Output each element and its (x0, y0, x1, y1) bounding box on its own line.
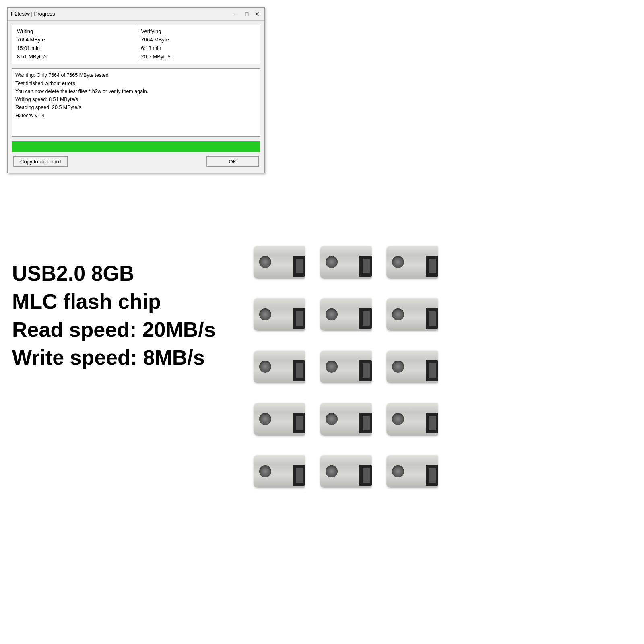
window-title: H2testw | Progress (11, 11, 55, 17)
window-body: Writing 7664 MByte 15:01 min 8.51 MByte/… (8, 21, 264, 173)
usb-drives-grid (221, 237, 632, 499)
spec-line-1: USB2.0 8GB (12, 262, 221, 286)
usb-drive (386, 398, 449, 443)
copy-to-clipboard-button[interactable]: Copy to clipboard (13, 156, 68, 167)
usb-drive (320, 242, 382, 286)
spec-line-3: Read speed: 20MB/s (12, 318, 221, 342)
stats-row: Writing 7664 MByte 15:01 min 8.51 MByte/… (12, 25, 260, 64)
ok-button[interactable]: OK (206, 156, 259, 167)
maximize-button[interactable]: □ (243, 10, 251, 18)
titlebar-controls: ─ □ ✕ (232, 10, 261, 18)
titlebar: H2testw | Progress ─ □ ✕ (8, 8, 264, 21)
writing-values: 7664 MByte 15:01 min 8.51 MByte/s (17, 36, 131, 61)
spec-line-2: MLC flash chip (12, 290, 221, 314)
usb-drive (254, 398, 316, 443)
verifying-time: 6:13 min (141, 44, 256, 53)
log-area[interactable]: Warning: Only 7664 of 7665 MByte tested.… (12, 68, 260, 137)
usb-drive (386, 294, 449, 338)
usb-drive (386, 242, 449, 286)
usb-drive (254, 346, 316, 390)
usb-drive (386, 346, 449, 390)
minimize-button[interactable]: ─ (232, 10, 240, 18)
usb-drive (386, 451, 449, 495)
verifying-col: Verifying 7664 MByte 6:13 min 20.5 MByte… (136, 25, 260, 64)
log-text: Warning: Only 7664 of 7665 MByte tested.… (15, 71, 257, 120)
progress-bar-fill (12, 141, 260, 152)
close-button[interactable]: ✕ (253, 10, 261, 18)
usb-drive (320, 398, 382, 443)
writing-label: Writing (17, 28, 131, 34)
h2testw-window: H2testw | Progress ─ □ ✕ Writing 7664 MB… (7, 7, 265, 173)
usb-drive (254, 294, 316, 338)
usb-drive (320, 451, 382, 495)
writing-mbyte: 7664 MByte (17, 36, 131, 44)
verifying-values: 7664 MByte 6:13 min 20.5 MByte/s (141, 36, 256, 61)
usb-drive (254, 242, 316, 286)
usb-drive (320, 346, 382, 390)
progress-bar-container (12, 141, 260, 152)
spec-line-4: Write speed: 8MB/s (12, 346, 221, 370)
specs-text: USB2.0 8GB MLC flash chip Read speed: 20… (12, 237, 221, 370)
verifying-mbyte: 7664 MByte (141, 36, 256, 44)
buttons-row: Copy to clipboard OK (12, 156, 260, 169)
verifying-label: Verifying (141, 28, 256, 34)
writing-speed: 8.51 MByte/s (17, 53, 131, 61)
writing-time: 15:01 min (17, 44, 131, 53)
usb-drive (320, 294, 382, 338)
verifying-speed: 20.5 MByte/s (141, 53, 256, 61)
usb-drive (254, 451, 316, 495)
bottom-section: USB2.0 8GB MLC flash chip Read speed: 20… (0, 225, 644, 499)
writing-col: Writing 7664 MByte 15:01 min 8.51 MByte/… (12, 25, 136, 64)
